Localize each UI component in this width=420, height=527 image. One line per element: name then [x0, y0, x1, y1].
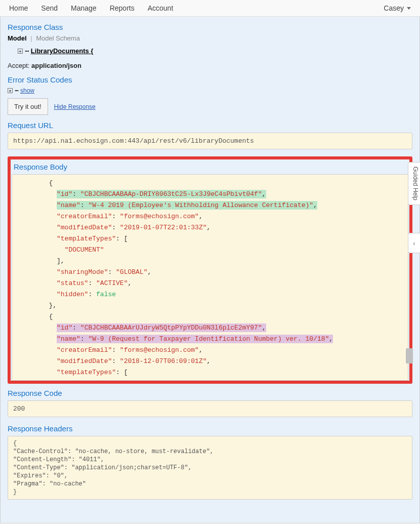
- response-code-box: 200: [8, 400, 412, 417]
- show-errors-link[interactable]: show: [20, 87, 34, 94]
- response-body-json[interactable]: { "id": "CBJCHBCAABAAp-DRIY8063tC25-Lx3J…: [12, 174, 408, 381]
- action-row: Try it out! Hide Response: [8, 98, 412, 115]
- expand-icon[interactable]: +: [18, 49, 23, 54]
- response-code-title: Response Code: [8, 389, 412, 397]
- error-toggle-row: + ··· show: [8, 87, 412, 94]
- response-headers-box: { "Cache-Control": "no-cache, no-store, …: [8, 436, 412, 500]
- chevron-down-icon: [407, 7, 411, 10]
- response-body-title: Response Body: [14, 163, 408, 171]
- scrollbar-thumb[interactable]: [406, 348, 413, 363]
- response-headers-title: Response Headers: [8, 424, 412, 433]
- accept-row: Accept: application/json: [8, 62, 412, 69]
- ellipsis-icon: ···: [15, 87, 18, 94]
- main-panel: Response Class Model | Model Schema + ··…: [0, 17, 420, 523]
- hide-response-link[interactable]: Hide Response: [54, 103, 96, 110]
- request-url-box: https://api.na1.echosign.com:443/api/res…: [8, 133, 412, 149]
- model-name: LibraryDocuments {: [31, 47, 94, 55]
- guided-help-toggle[interactable]: ‹: [408, 233, 420, 253]
- request-url-title: Request URL: [8, 121, 412, 130]
- nav-reports[interactable]: Reports: [110, 4, 135, 12]
- error-status-title: Error Status Codes: [8, 75, 412, 84]
- chevron-left-icon: ‹: [413, 239, 415, 247]
- nav-account[interactable]: Account: [148, 4, 174, 12]
- response-class-title: Response Class: [8, 23, 412, 31]
- tab-model[interactable]: Model: [8, 34, 27, 42]
- guided-help-tab[interactable]: Guided Help: [408, 162, 420, 205]
- top-nav: Home Send Manage Reports Account Casey: [0, 0, 420, 17]
- nav-home[interactable]: Home: [9, 4, 28, 12]
- tab-model-schema[interactable]: Model Schema: [36, 34, 80, 42]
- nav-manage[interactable]: Manage: [71, 4, 97, 12]
- user-menu[interactable]: Casey: [384, 4, 411, 12]
- try-it-out-button[interactable]: Try it out!: [8, 98, 48, 115]
- expand-errors-icon[interactable]: +: [8, 88, 13, 93]
- response-body-highlight: Response Body { "id": "CBJCHBCAABAAp-DRI…: [8, 156, 412, 384]
- model-row[interactable]: + ··· LibraryDocuments {: [18, 47, 412, 55]
- nav-send[interactable]: Send: [41, 4, 58, 12]
- user-name: Casey: [384, 4, 404, 12]
- model-tabs: Model | Model Schema: [8, 34, 412, 42]
- ellipsis-icon: ···: [25, 47, 29, 55]
